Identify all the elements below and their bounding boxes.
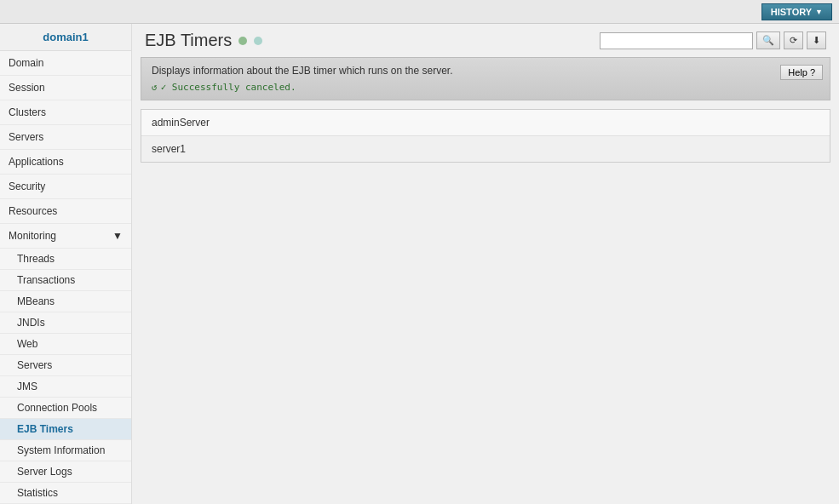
page-title: EJB Timers	[145, 31, 262, 50]
sidebar-item-server-logs[interactable]: Server Logs	[0, 461, 131, 483]
monitoring-chevron-icon: ▼	[112, 230, 123, 242]
sidebar-item-security[interactable]: Security	[0, 175, 131, 199]
table-row[interactable]: adminServer	[141, 110, 830, 136]
content-area: EJB Timers 🔍 ⟳ ⬇ Displays information ab…	[132, 24, 839, 504]
sidebar-item-web[interactable]: Web	[0, 334, 131, 355]
chevron-down-icon: ▼	[815, 8, 823, 16]
sidebar-item-ejb-timers[interactable]: EJB Timers	[0, 419, 131, 440]
sidebar-item-system-info[interactable]: System Information	[0, 440, 131, 461]
sidebar-item-connection-pools[interactable]: Connection Pools	[0, 398, 131, 419]
sidebar-item-resources[interactable]: Resources	[0, 199, 131, 224]
help-button[interactable]: Help ?	[780, 65, 823, 80]
refresh-button[interactable]: ⟳	[784, 32, 803, 49]
success-message: ↺ ✓ Successfully canceled.	[152, 82, 819, 93]
sidebar-item-mon-servers[interactable]: Servers	[0, 355, 131, 376]
success-icon: ↺	[152, 82, 158, 93]
table-row[interactable]: server1	[141, 136, 830, 162]
server-table: adminServer server1	[141, 109, 830, 163]
status-dot-teal	[254, 37, 262, 45]
sidebar-item-mbeans[interactable]: MBeans	[0, 291, 131, 312]
help-icon: ?	[810, 67, 815, 77]
download-icon: ⬇	[813, 35, 820, 45]
sidebar-item-clusters[interactable]: Clusters	[0, 100, 131, 125]
history-label: HISTORY	[771, 7, 812, 17]
main-layout: domain1 Domain Session Clusters Servers …	[0, 24, 839, 504]
status-dot-green	[238, 37, 247, 45]
sidebar-item-domain[interactable]: Domain	[0, 51, 131, 76]
sidebar-item-session[interactable]: Session	[0, 76, 131, 100]
sidebar-item-transactions[interactable]: Transactions	[0, 270, 131, 291]
top-bar: HISTORY ▼	[0, 0, 839, 24]
sidebar-item-threads[interactable]: Threads	[0, 249, 131, 270]
refresh-icon: ⟳	[790, 35, 797, 45]
monitoring-header[interactable]: Monitoring ▼	[0, 224, 131, 249]
search-input[interactable]	[600, 32, 753, 49]
toolbar-right: 🔍 ⟳ ⬇	[600, 32, 826, 49]
search-button[interactable]: 🔍	[756, 32, 780, 49]
sidebar-item-jndis[interactable]: JNDIs	[0, 312, 131, 334]
history-button[interactable]: HISTORY ▼	[761, 3, 832, 20]
info-description: Displays information about the EJB timer…	[152, 65, 819, 77]
sidebar-item-jms[interactable]: JMS	[0, 376, 131, 398]
content-header: EJB Timers 🔍 ⟳ ⬇	[132, 24, 839, 57]
sidebar: domain1 Domain Session Clusters Servers …	[0, 24, 132, 504]
sidebar-item-statistics[interactable]: Statistics	[0, 483, 131, 504]
sidebar-item-servers[interactable]: Servers	[0, 125, 131, 150]
sidebar-title[interactable]: domain1	[0, 24, 131, 51]
sidebar-item-applications[interactable]: Applications	[0, 150, 131, 175]
info-banner: Displays information about the EJB timer…	[141, 57, 830, 100]
search-icon: 🔍	[762, 35, 774, 45]
download-button[interactable]: ⬇	[807, 32, 826, 49]
